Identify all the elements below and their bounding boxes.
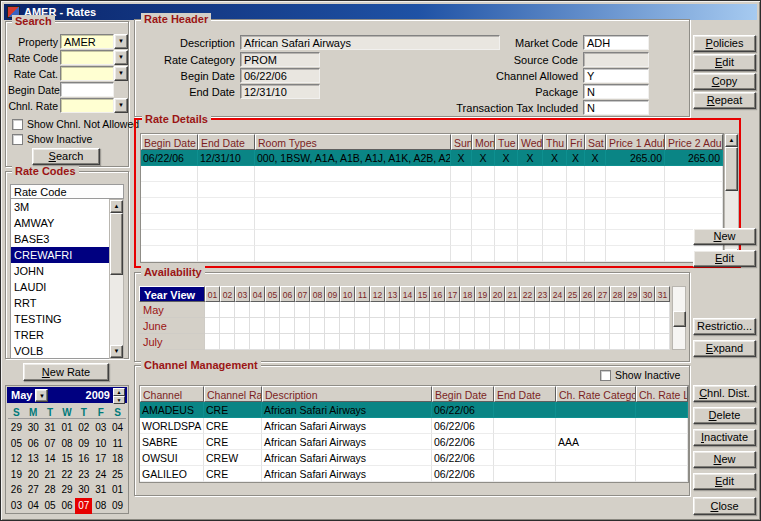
calendar-date[interactable]: 02 (75, 420, 92, 436)
calendar-date[interactable]: 18 (109, 451, 126, 467)
rate-code-field[interactable] (60, 50, 114, 65)
availability-cell[interactable] (340, 318, 355, 334)
rate-code-item[interactable]: JOHN (11, 263, 109, 279)
availability-cell[interactable] (265, 318, 280, 334)
calendar-date[interactable]: 16 (75, 451, 92, 467)
availability-cell[interactable] (625, 334, 640, 350)
availability-cell[interactable] (655, 318, 670, 334)
availability-scrollbar[interactable] (672, 286, 686, 350)
rate-cat-field[interactable] (60, 66, 114, 81)
availability-cell[interactable] (250, 302, 265, 318)
rate-details-empty-row[interactable] (141, 246, 723, 262)
calendar-date[interactable]: 24 (92, 467, 109, 483)
spinner-down-icon[interactable]: ▼ (113, 396, 125, 404)
chnl-rate-dropdown-icon[interactable]: ▼ (114, 98, 128, 113)
show-inactive-channel-checkbox[interactable]: Show Inactive (600, 369, 680, 381)
market-code-field[interactable]: ADH (583, 35, 649, 50)
rate-code-item[interactable]: TESTING (11, 311, 109, 327)
calendar-date[interactable]: 31 (92, 482, 109, 498)
availability-cell[interactable] (595, 318, 610, 334)
calendar-date[interactable]: 29 (8, 420, 25, 436)
availability-cell[interactable] (280, 302, 295, 318)
availability-cell[interactable] (460, 302, 475, 318)
rate-code-item[interactable]: VOLB (11, 343, 109, 359)
availability-cell[interactable] (610, 318, 625, 334)
availability-cell[interactable] (295, 302, 310, 318)
checkbox-icon[interactable] (12, 134, 23, 145)
availability-cell[interactable] (550, 302, 565, 318)
availability-cell[interactable] (550, 318, 565, 334)
calendar-date[interactable]: 12 (8, 451, 25, 467)
calendar-date[interactable]: 01 (59, 420, 76, 436)
calendar-date[interactable]: 03 (92, 420, 109, 436)
rate-code-column-header[interactable]: Rate Code (10, 184, 124, 199)
availability-cell[interactable] (445, 302, 460, 318)
availability-cell[interactable] (265, 334, 280, 350)
calendar-date[interactable]: 17 (92, 451, 109, 467)
calendar-date[interactable]: 08 (59, 436, 76, 452)
availability-cell[interactable] (220, 334, 235, 350)
repeat-button[interactable]: Repeat (693, 92, 756, 109)
calendar-date[interactable]: 13 (25, 451, 42, 467)
calendar-date[interactable]: 21 (42, 467, 59, 483)
availability-cell[interactable] (370, 334, 385, 350)
copy-button[interactable]: Copy (693, 73, 756, 90)
rate-details-empty-row[interactable] (141, 182, 723, 198)
rate-code-item[interactable]: LAUDI (11, 279, 109, 295)
year-view-header[interactable]: Year View (139, 286, 205, 302)
scroll-thumb[interactable] (725, 147, 738, 191)
availability-cell[interactable] (565, 334, 580, 350)
close-button[interactable]: Close (693, 497, 756, 515)
availability-cell[interactable] (235, 318, 250, 334)
availability-cell[interactable] (505, 334, 520, 350)
channel-allowed-field[interactable]: Y (583, 68, 649, 83)
availability-cell[interactable] (580, 318, 595, 334)
rate-cat-dropdown-icon[interactable]: ▼ (114, 66, 128, 81)
calendar-date[interactable]: 27 (25, 482, 42, 498)
availability-cell[interactable] (445, 318, 460, 334)
calendar-date[interactable]: 14 (42, 451, 59, 467)
calendar-date[interactable]: 11 (109, 436, 126, 452)
rate-code-dropdown-icon[interactable]: ▼ (114, 50, 128, 65)
begin-date-field[interactable] (60, 82, 114, 97)
rate-details-empty-row[interactable] (141, 214, 723, 230)
chnl-rate-field[interactable] (60, 98, 114, 113)
scroll-up-icon[interactable]: ▲ (110, 200, 123, 213)
availability-cell[interactable] (295, 334, 310, 350)
availability-cell[interactable] (475, 334, 490, 350)
calendar-date[interactable]: 09 (75, 436, 92, 452)
calendar-date[interactable]: 09 (109, 498, 126, 514)
channel-row[interactable]: GALILEOCREAfrican Safari Airways06/22/06 (140, 466, 688, 482)
calendar-date[interactable]: 03 (8, 498, 25, 514)
rate-code-item[interactable]: CREWAFRI (11, 247, 109, 263)
rate-code-item[interactable]: RRT (11, 295, 109, 311)
calendar-date[interactable]: 07 (75, 498, 92, 514)
checkbox-icon[interactable] (600, 370, 611, 381)
calendar-date[interactable]: 25 (109, 467, 126, 483)
availability-cell[interactable] (235, 334, 250, 350)
source-code-field[interactable] (583, 52, 649, 67)
availability-cell[interactable] (625, 302, 640, 318)
availability-cell[interactable] (415, 302, 430, 318)
availability-cell[interactable] (250, 334, 265, 350)
availability-cell[interactable] (655, 334, 670, 350)
availability-cell[interactable] (490, 302, 505, 318)
transaction-tax-field[interactable]: N (583, 100, 649, 115)
scroll-thumb[interactable] (673, 311, 686, 327)
availability-cell[interactable] (370, 318, 385, 334)
rate-code-list-scrollbar[interactable]: ▲ ▼ (109, 199, 124, 359)
availability-cell[interactable] (490, 318, 505, 334)
availability-cell[interactable] (580, 302, 595, 318)
availability-cell[interactable] (400, 334, 415, 350)
rate-details-empty-row[interactable] (141, 230, 723, 246)
calendar-date[interactable]: 08 (92, 498, 109, 514)
availability-cell[interactable] (400, 318, 415, 334)
rate-details-new-button[interactable]: New (693, 228, 756, 245)
delete-button[interactable]: Delete (693, 407, 756, 424)
calendar-date[interactable]: 05 (42, 498, 59, 514)
availability-cell[interactable] (520, 318, 535, 334)
calendar-date[interactable]: 05 (8, 436, 25, 452)
calendar-date[interactable]: 26 (8, 482, 25, 498)
rate-category-field[interactable]: PROM (240, 52, 320, 67)
availability-cell[interactable] (295, 318, 310, 334)
